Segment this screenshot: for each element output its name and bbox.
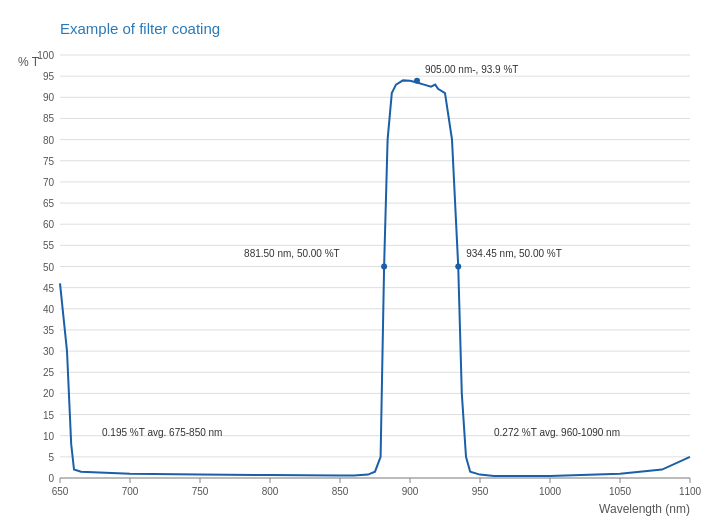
svg-text:70: 70 xyxy=(43,177,55,188)
svg-text:700: 700 xyxy=(122,486,139,497)
y-axis-label: % T xyxy=(18,55,39,69)
svg-text:0.272 %T avg. 960-1090 nm: 0.272 %T avg. 960-1090 nm xyxy=(494,427,620,438)
svg-text:90: 90 xyxy=(43,92,55,103)
svg-text:934.45 nm, 50.00 %T: 934.45 nm, 50.00 %T xyxy=(466,248,562,259)
svg-text:40: 40 xyxy=(43,304,55,315)
svg-text:55: 55 xyxy=(43,240,55,251)
svg-text:10: 10 xyxy=(43,431,55,442)
svg-point-70 xyxy=(455,264,461,270)
chart-area: 0510152025303540455055606570758085909510… xyxy=(60,55,690,478)
svg-text:5: 5 xyxy=(48,452,54,463)
svg-text:900: 900 xyxy=(402,486,419,497)
svg-text:35: 35 xyxy=(43,325,55,336)
svg-text:905.00 nm-, 93.9 %T: 905.00 nm-, 93.9 %T xyxy=(425,64,518,75)
svg-text:80: 80 xyxy=(43,135,55,146)
svg-point-69 xyxy=(381,264,387,270)
svg-text:1100: 1100 xyxy=(679,486,702,497)
svg-text:85: 85 xyxy=(43,113,55,124)
svg-text:650: 650 xyxy=(52,486,69,497)
svg-text:60: 60 xyxy=(43,219,55,230)
x-axis-label: Wavelength (nm) xyxy=(599,502,690,516)
svg-text:100: 100 xyxy=(37,50,54,61)
svg-text:75: 75 xyxy=(43,156,55,167)
svg-text:15: 15 xyxy=(43,410,55,421)
svg-text:0.195 %T avg. 675-850 nm: 0.195 %T avg. 675-850 nm xyxy=(102,427,222,438)
svg-text:750: 750 xyxy=(192,486,209,497)
svg-text:45: 45 xyxy=(43,283,55,294)
svg-text:30: 30 xyxy=(43,346,55,357)
svg-text:65: 65 xyxy=(43,198,55,209)
svg-text:95: 95 xyxy=(43,71,55,82)
svg-text:850: 850 xyxy=(332,486,349,497)
svg-text:800: 800 xyxy=(262,486,279,497)
svg-text:50: 50 xyxy=(43,262,55,273)
chart-svg: 0510152025303540455055606570758085909510… xyxy=(60,55,690,478)
svg-text:881.50 nm, 50.00 %T: 881.50 nm, 50.00 %T xyxy=(244,248,340,259)
chart-title: Example of filter coating xyxy=(60,20,220,37)
svg-text:950: 950 xyxy=(472,486,489,497)
svg-text:25: 25 xyxy=(43,367,55,378)
chart-container: Example of filter coating % T Wavelength… xyxy=(0,0,720,528)
svg-text:1000: 1000 xyxy=(539,486,562,497)
svg-text:0: 0 xyxy=(48,473,54,484)
svg-text:1050: 1050 xyxy=(609,486,632,497)
svg-text:20: 20 xyxy=(43,388,55,399)
svg-point-68 xyxy=(414,78,420,84)
